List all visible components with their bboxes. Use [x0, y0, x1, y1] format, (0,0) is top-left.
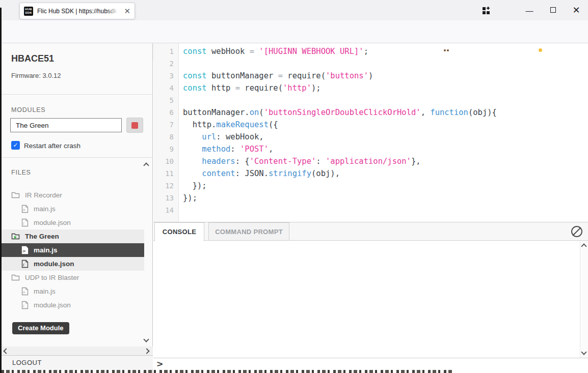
tab-console[interactable]: CONSOLE	[154, 222, 204, 241]
svg-text:{: {	[23, 222, 24, 225]
js-file-icon: js	[21, 287, 29, 296]
file-tree: IR Recorderjsmain.js{module.jsonThe Gree…	[0, 188, 144, 312]
clear-console-icon[interactable]	[571, 226, 582, 237]
window-minimize-button[interactable]: —	[518, 6, 541, 15]
line-number: 6	[153, 106, 178, 119]
code-line-5[interactable]	[183, 94, 586, 106]
tab-close-icon[interactable]: ✕	[124, 7, 130, 15]
scroll-up-icon[interactable]	[143, 162, 149, 168]
tree-item-label: IR Recorder	[25, 191, 62, 199]
console-input[interactable]: >	[153, 358, 588, 370]
code-line-2[interactable]	[183, 58, 586, 70]
json-file-icon: {	[21, 218, 29, 227]
code-line-1[interactable]: const webHook = '[HUGINN WEBHOOK URL]';	[183, 45, 586, 58]
stop-icon	[131, 122, 138, 129]
tree-folder-udp-to-ir-blaster[interactable]: UDP to IR Blaster	[0, 271, 144, 284]
code-line-11[interactable]: content: JSON.stringify(obj),	[183, 167, 586, 180]
line-number: 9	[153, 143, 178, 155]
js-file-icon: js	[21, 205, 29, 213]
line-number: 7	[153, 119, 178, 131]
grid-plus-icon[interactable]	[482, 6, 491, 15]
code-line-6[interactable]: buttonManager.on('buttonSingleOrDoubleCl…	[183, 106, 586, 119]
tree-item-label: The Green	[25, 233, 59, 240]
scroll-left-icon[interactable]	[3, 348, 9, 354]
scroll-down-icon[interactable]	[581, 349, 586, 355]
hub-name: HBACE51	[11, 53, 54, 64]
browser-titlebar: HUBSDK Flic Hub SDK | https://hubsdk.fl …	[0, 0, 588, 20]
tree-file-main-js[interactable]: jsmain.js	[0, 202, 144, 216]
code-line-13[interactable]: });	[183, 192, 586, 204]
console-scrollbar[interactable]	[580, 241, 588, 358]
tree-file-module-json[interactable]: {module.json	[0, 257, 144, 271]
console-prompt: >	[157, 360, 163, 369]
tree-file-module-json[interactable]: {module.json	[0, 298, 144, 312]
tree-item-label: main.js	[34, 288, 56, 295]
module-select-input[interactable]	[10, 118, 122, 132]
divider	[0, 94, 153, 95]
logout-button[interactable]: LOGOUT	[0, 355, 153, 369]
scroll-down-icon[interactable]	[143, 336, 149, 342]
code-line-9[interactable]: method: 'POST',	[183, 143, 586, 155]
code-editor[interactable]: 1234567891011121314 const webHook = '[HU…	[153, 43, 588, 222]
window-maximize-button[interactable]	[541, 6, 565, 15]
tree-item-label: module.json	[34, 260, 74, 268]
code-area[interactable]: const webHook = '[HUGINN WEBHOOK URL]';c…	[183, 45, 586, 216]
line-number: 8	[153, 131, 178, 143]
tree-item-label: module.json	[34, 219, 71, 226]
horizontal-scrollbar[interactable]	[0, 347, 153, 355]
tree-file-module-json[interactable]: {module.json	[0, 216, 144, 229]
folder-icon	[11, 233, 20, 240]
code-line-8[interactable]: url: webHook,	[183, 131, 586, 143]
line-number: 3	[153, 70, 178, 82]
firmware-version: Firmware: 3.0.12	[11, 72, 61, 79]
sidebar: HBACE51 Firmware: 3.0.12 MODULES ✓ Resta…	[0, 43, 153, 373]
scroll-up-icon[interactable]	[581, 243, 586, 249]
tree-item-label: module.json	[34, 301, 71, 309]
line-number-gutter: 1234567891011121314	[153, 43, 179, 222]
line-number: 14	[153, 204, 178, 216]
browser-tab[interactable]: HUBSDK Flic Hub SDK | https://hubsdk.fl …	[19, 3, 135, 19]
files-section-label: FILES	[11, 169, 31, 176]
line-number: 13	[153, 192, 178, 204]
tree-folder-ir-recorder[interactable]: IR Recorder	[0, 188, 144, 202]
tab-command-prompt[interactable]: COMMAND PROMPT	[208, 222, 289, 241]
tree-folder-the-green[interactable]: The Green	[0, 229, 144, 243]
restart-after-crash-label: Restart after crash	[24, 142, 81, 150]
svg-text:{: {	[23, 304, 24, 307]
svg-text:{: {	[23, 263, 24, 266]
code-line-14[interactable]	[183, 204, 586, 216]
line-number: 11	[153, 167, 178, 180]
json-file-icon: {	[21, 301, 29, 309]
tab-title: Flic Hub SDK | https://hubsdk.fl	[37, 8, 118, 15]
code-line-3[interactable]: const buttonManager = require('buttons')	[183, 70, 586, 82]
screen: HUBSDK Flic Hub SDK | https://hubsdk.fl …	[0, 0, 588, 373]
tree-file-main-js[interactable]: jsmain.js	[0, 284, 144, 298]
background-window-edge	[0, 8, 2, 373]
svg-text:js: js	[22, 208, 25, 211]
line-number: 1	[153, 45, 178, 58]
line-number: 4	[153, 82, 178, 94]
tree-item-label: UDP to IR Blaster	[25, 274, 79, 281]
folder-icon	[11, 274, 20, 281]
code-line-4[interactable]: const http = require('http');	[183, 82, 586, 94]
tree-file-main-js[interactable]: jsmain.js	[0, 243, 144, 257]
code-line-7[interactable]: http.makeRequest({	[183, 119, 586, 131]
svg-text:js: js	[22, 291, 25, 294]
code-line-12[interactable]: });	[183, 180, 586, 192]
scroll-right-icon[interactable]	[144, 348, 149, 354]
line-number: 5	[153, 94, 178, 106]
browser-toolbar: ← → ↻ https://hubsdk.flic.io ☆	[0, 20, 588, 43]
window-close-button[interactable]: ✕	[565, 5, 588, 16]
code-line-10[interactable]: headers: {'Content-Type': 'application/j…	[183, 155, 586, 167]
create-module-button[interactable]: Create Module	[12, 322, 69, 334]
line-number: 10	[153, 155, 178, 167]
restart-after-crash-checkbox[interactable]: ✓	[11, 141, 20, 150]
tree-item-label: main.js	[34, 246, 58, 254]
console-tab-bar: CONSOLE COMMAND PROMPT	[153, 222, 588, 241]
divider	[0, 157, 153, 158]
background-window-clipped-text	[2, 370, 453, 373]
js-file-icon: js	[21, 246, 29, 254]
stop-module-button[interactable]	[126, 118, 143, 133]
folder-icon	[11, 191, 20, 199]
json-file-icon: {	[21, 260, 29, 268]
